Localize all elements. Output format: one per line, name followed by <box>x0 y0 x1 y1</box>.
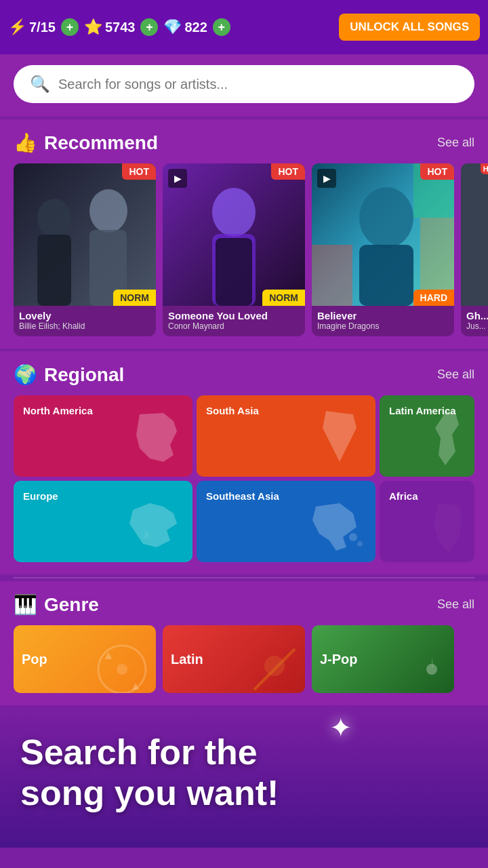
svg-rect-11 <box>359 245 413 306</box>
latin-america-map-icon <box>428 408 469 471</box>
regional-grid: North America South Asia Latin America <box>0 395 488 562</box>
search-input[interactable] <box>58 77 458 92</box>
svg-rect-8 <box>216 238 252 306</box>
piano-icon: 🎹 <box>14 593 37 616</box>
europe-map-icon <box>126 500 187 557</box>
svg-rect-0 <box>14 163 156 306</box>
genre-latin-label: Latin <box>171 652 203 667</box>
north-america-map-icon <box>126 408 187 471</box>
song-card-believer[interactable]: ▶ HOT HARD Believer Imagine Dragons <box>312 163 454 336</box>
diff-badge-believer: HARD <box>413 290 454 306</box>
lightning-icon: ⚡ <box>8 18 26 36</box>
region-southeast-asia[interactable]: Southeast Asia <box>197 481 375 562</box>
unlock-all-songs-button[interactable]: UNLOCK ALL SONGS <box>339 14 480 41</box>
svg-point-1 <box>37 199 71 237</box>
diamonds-plus-button[interactable]: + <box>213 18 230 36</box>
southeast-asia-map-icon <box>309 500 370 557</box>
song-name-partial: Gh... <box>466 310 488 321</box>
genre-card-jpop[interactable]: J-Pop <box>312 625 454 693</box>
song-artist-partial: Jus... <box>466 321 488 331</box>
song-card-partial[interactable]: HOT Gh... Jus... <box>461 163 488 336</box>
lives-stat: ⚡ 7/15 <box>8 18 56 36</box>
star-icon: ⭐ <box>84 18 102 36</box>
song-info-believer: Believer Imagine Dragons <box>312 306 454 336</box>
recommend-header: 👍 Recommend See all <box>0 132 488 163</box>
region-europe-label: Europe <box>23 490 58 502</box>
genre-header: 🎹 Genre See all <box>0 593 488 625</box>
south-asia-map-icon <box>309 408 370 471</box>
search-icon: 🔍 <box>30 75 50 94</box>
top-bar: ⚡ 7/15 + ⭐ 5743 + 💎 822 + UNLOCK ALL SON… <box>0 0 488 54</box>
stars-value: 5743 <box>105 20 136 35</box>
diamond-icon: 💎 <box>163 18 182 36</box>
play-icon-someone: ▶ <box>168 169 187 188</box>
song-info-someone: Someone You Loved Conor Maynard <box>163 306 305 336</box>
genre-row: Pop Latin J-Pop <box>0 625 488 705</box>
hot-badge-believer: HOT <box>420 163 454 180</box>
regional-title: 🌍 Regional <box>14 363 124 386</box>
thumbs-up-icon: 👍 <box>14 132 37 154</box>
song-artist-lovely: Billie Eilish; Khalid <box>19 321 150 331</box>
song-name-lovely: Lovely <box>19 310 150 321</box>
regional-see-all[interactable]: See all <box>437 368 474 382</box>
region-north-america[interactable]: North America <box>14 395 192 477</box>
globe-icon: 🌍 <box>14 363 37 386</box>
genre-card-latin[interactable]: Latin <box>163 625 305 693</box>
stars-stat: ⭐ 5743 <box>84 18 136 36</box>
diff-badge-someone: NORM <box>262 290 305 306</box>
stars-plus-button[interactable]: + <box>140 18 158 36</box>
svg-point-17 <box>357 541 363 547</box>
svg-point-6 <box>212 188 256 237</box>
song-artist-someone: Conor Maynard <box>168 321 300 331</box>
hot-badge-lovely: HOT <box>122 163 156 180</box>
diamonds-value: 822 <box>184 20 207 35</box>
region-north-america-label: North America <box>23 405 93 416</box>
svg-point-16 <box>349 533 357 541</box>
song-artist-believer: Imagine Dragons <box>317 321 449 331</box>
svg-rect-2 <box>37 235 71 306</box>
region-africa-label: Africa <box>389 490 418 502</box>
genre-card-pop[interactable]: Pop <box>14 625 156 693</box>
search-section: 🔍 <box>0 54 488 117</box>
region-latin-america[interactable]: Latin America <box>380 395 474 477</box>
region-africa[interactable]: Africa <box>380 481 474 562</box>
search-bar[interactable]: 🔍 <box>14 65 474 103</box>
songs-row: HOT NORM Lovely Billie Eilish; Khalid <box>0 163 488 336</box>
recommend-title: 👍 Recommend <box>14 132 158 154</box>
svg-point-3 <box>89 189 127 233</box>
svg-point-19 <box>117 664 127 675</box>
genre-section: 🎹 Genre See all Pop Latin <box>0 581 488 705</box>
region-southeast-asia-label: Southeast Asia <box>206 490 279 502</box>
svg-rect-12 <box>312 245 352 306</box>
lives-value: 7/15 <box>29 20 56 35</box>
song-card-someone[interactable]: ▶ HOT NORM Someone You Loved Conor Mayna… <box>163 163 305 336</box>
genre-see-all[interactable]: See all <box>437 597 474 612</box>
hot-badge-partial: HOT <box>481 163 488 174</box>
song-name-someone: Someone You Loved <box>168 310 300 321</box>
africa-map-icon <box>428 500 469 557</box>
genre-pop-label: Pop <box>22 652 47 667</box>
lives-plus-button[interactable]: + <box>61 18 79 36</box>
section-divider <box>14 577 474 578</box>
region-europe[interactable]: Europe <box>14 481 192 562</box>
svg-point-23 <box>264 656 285 676</box>
song-info-lovely: Lovely Billie Eilish; Khalid <box>14 306 156 336</box>
play-icon-believer: ▶ <box>317 169 336 188</box>
region-south-asia[interactable]: South Asia <box>197 395 375 477</box>
svg-rect-15 <box>461 163 488 306</box>
recommend-see-all[interactable]: See all <box>437 136 474 150</box>
song-info-partial: Gh... Jus... <box>461 306 488 336</box>
song-name-believer: Believer <box>317 310 449 321</box>
genre-title: 🎹 Genre <box>14 593 99 616</box>
bottom-banner: ✦ Search for the song you want! <box>0 705 488 848</box>
song-card-lovely[interactable]: HOT NORM Lovely Billie Eilish; Khalid <box>14 163 156 336</box>
hot-badge-someone: HOT <box>271 163 305 180</box>
region-south-asia-label: South Asia <box>206 405 259 416</box>
diff-badge-lovely: NORM <box>113 290 156 306</box>
bottom-banner-text: Search for the song you want! <box>20 732 468 814</box>
diamonds-stat: 💎 822 <box>163 18 207 36</box>
svg-point-10 <box>359 187 413 248</box>
genre-jpop-label: J-Pop <box>320 652 358 667</box>
svg-marker-20 <box>105 652 112 659</box>
recommend-section: 👍 Recommend See all <box>0 119 488 349</box>
